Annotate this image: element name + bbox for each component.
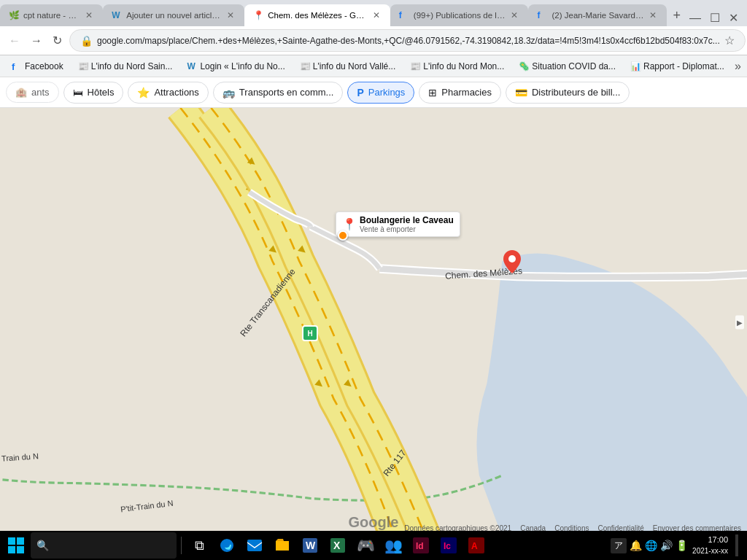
covid-icon: 🦠 xyxy=(519,61,529,71)
app-taskbar-5[interactable]: A xyxy=(463,532,489,559)
word-icon: W xyxy=(301,537,319,554)
search-taskbar-icon: 🔍 xyxy=(36,540,49,551)
bookmark-linfo1[interactable]: 📰 L'info du Nord Sain... xyxy=(72,60,179,73)
hotels-icon: 🛏 xyxy=(73,87,83,98)
bookmark-star-icon[interactable]: ☆ xyxy=(724,34,735,47)
tab-2[interactable]: W Ajouter un nouvel article « L... ✕ xyxy=(103,4,244,26)
highway-sign-icon: H xyxy=(307,330,312,338)
maximize-button[interactable]: ☐ xyxy=(707,9,723,26)
bakery-map-pin[interactable] xyxy=(338,230,348,241)
tab-2-label: Ajouter un nouvel article « L... xyxy=(126,11,221,20)
filter-btn-distributeurs[interactable]: 💳 Distributeurs de bill... xyxy=(506,82,630,104)
tab-4[interactable]: f (99+) Publications de la Pa... ✕ xyxy=(390,4,529,26)
bookmarks-more-button[interactable]: » xyxy=(735,60,741,73)
app-taskbar-2[interactable]: 👥 xyxy=(380,532,406,559)
tab-4-close[interactable]: ✕ xyxy=(509,10,519,20)
explorer-taskbar[interactable] xyxy=(269,532,295,559)
bookmark-linfo3-label: L'info du Nord Mon... xyxy=(423,61,504,71)
map-svg: ▼ ▼ ▼ ▼ ▼ ▼ xyxy=(0,108,747,537)
tab-2-favicon: W xyxy=(112,10,122,20)
url-bar[interactable]: 🔒 google.com/maps/place/Chem.+des+Mélèze… xyxy=(69,29,746,52)
filter-btn-partial[interactable]: 🏨 ants xyxy=(6,82,59,103)
filter-btn-parkings[interactable]: P Parkings xyxy=(347,82,414,104)
filter-btn-attractions[interactable]: ⭐ Attractions xyxy=(128,82,208,104)
excel-taskbar[interactable]: X xyxy=(325,532,351,559)
browser-chrome: 🌿 cpt nature - One... ✕ W Ajouter un nou… xyxy=(0,0,747,77)
svg-text:A: A xyxy=(471,541,478,551)
bookmark-rapport[interactable]: 📊 Rapport - Diplomat... xyxy=(624,60,730,73)
ime-indicator[interactable]: ア xyxy=(611,538,627,553)
svg-text:Id: Id xyxy=(416,541,424,551)
tab-3-close[interactable]: ✕ xyxy=(371,10,382,20)
indesign-icon: Id xyxy=(412,537,430,554)
app-taskbar-3[interactable]: Id xyxy=(408,532,434,559)
bookmark-login[interactable]: W Login « L'info du No... xyxy=(181,60,290,73)
tab-4-favicon: f xyxy=(399,10,409,20)
back-button[interactable]: ← xyxy=(6,31,23,50)
tab-5[interactable]: f (2) Jean-Marie Savard | Face... ✕ xyxy=(528,4,667,26)
bakery-place-card[interactable]: 📍 Boulangerie le Caveau Vente à emporter xyxy=(336,211,460,237)
edge-taskbar[interactable] xyxy=(214,532,240,559)
google-logo-text: Google xyxy=(349,514,399,530)
minimize-button[interactable]: — xyxy=(686,10,704,26)
tab-2-close[interactable]: ✕ xyxy=(225,10,236,20)
bakery-marker-icon: 📍 xyxy=(342,217,357,231)
parkings-label: Parkings xyxy=(368,87,406,98)
forward-button[interactable]: → xyxy=(28,31,45,50)
app-taskbar-4[interactable]: Ic xyxy=(436,532,462,559)
word-taskbar[interactable]: W xyxy=(297,532,323,559)
distributeurs-label: Distributeurs de bill... xyxy=(532,87,620,98)
app-1-icon: 🎮 xyxy=(357,537,375,554)
transports-label: Transports en comm... xyxy=(239,87,334,98)
network-icon[interactable]: 🌐 xyxy=(645,540,657,551)
search-taskbar-button[interactable]: 🔍 xyxy=(31,532,177,559)
map-container[interactable]: ▼ ▼ ▼ ▼ ▼ ▼ Rte Transcanadienne Chem. de… xyxy=(0,108,747,537)
filter-btn-pharmacies[interactable]: ⊞ Pharmacies xyxy=(419,82,501,104)
bookmark-covid[interactable]: 🦠 Situation COVID da... xyxy=(513,60,622,73)
pharmacies-label: Pharmacies xyxy=(441,87,492,98)
show-desktop-button[interactable] xyxy=(735,534,738,556)
notification-icon[interactable]: 🔔 xyxy=(630,540,642,551)
bookmark-linfo3[interactable]: 📰 L'info du Nord Mon... xyxy=(404,60,510,73)
battery-icon[interactable]: 🔋 xyxy=(676,540,688,551)
tab-3[interactable]: 📍 Chem. des Mélèzes - Google... ✕ xyxy=(244,4,390,26)
bookmark-linfo2[interactable]: 📰 L'info du Nord Vallé... xyxy=(294,60,401,73)
distributeurs-icon: 💳 xyxy=(515,87,527,98)
task-view-icon: ⧉ xyxy=(195,538,204,553)
bookmarks-bar: f Facebook 📰 L'info du Nord Sain... W Lo… xyxy=(0,55,747,77)
svg-text:W: W xyxy=(306,540,316,551)
reload-button[interactable]: ↻ xyxy=(50,31,65,50)
tab-bar: 🌿 cpt nature - One... ✕ W Ajouter un nou… xyxy=(0,0,747,26)
close-browser-button[interactable]: ✕ xyxy=(726,9,741,26)
hotels-label: Hôtels xyxy=(88,87,115,98)
tab-1-close[interactable]: ✕ xyxy=(84,10,94,20)
bookmark-facebook[interactable]: f Facebook xyxy=(6,60,69,73)
lock-icon: 🔒 xyxy=(80,35,93,47)
start-button[interactable] xyxy=(3,532,29,559)
bakery-subtitle: Vente à emporter xyxy=(360,225,454,233)
tab-4-label: (99+) Publications de la Pa... xyxy=(414,11,506,20)
task-view-button[interactable]: ⧉ xyxy=(186,532,212,559)
volume-icon[interactable]: 🔊 xyxy=(660,540,673,551)
scroll-indicator: ▶ xyxy=(735,316,744,330)
highway-sign[interactable]: H xyxy=(302,325,318,341)
login-icon: W xyxy=(187,61,197,71)
app-taskbar-1[interactable]: 🎮 xyxy=(352,532,379,559)
new-tab-button[interactable]: + xyxy=(667,8,686,23)
main-location-pin[interactable] xyxy=(503,250,521,276)
filter-btn-transports[interactable]: 🚌 Transports en comm... xyxy=(213,82,344,104)
tab-5-label: (2) Jean-Marie Savard | Face... xyxy=(551,11,643,20)
rapport-icon: 📊 xyxy=(630,61,640,71)
facebook-bookmark-icon: f xyxy=(12,61,22,71)
outlook-taskbar[interactable] xyxy=(241,532,268,559)
svg-rect-11 xyxy=(17,546,24,553)
app-2-icon: 👥 xyxy=(384,537,403,554)
filter-btn-hotels[interactable]: 🛏 Hôtels xyxy=(63,82,124,104)
clock-time: 17:00 xyxy=(692,534,728,545)
tab-5-close[interactable]: ✕ xyxy=(648,10,658,20)
svg-rect-8 xyxy=(8,537,15,545)
taskbar-clock[interactable]: 17:00 2021-xx-xx xyxy=(692,534,728,556)
svg-rect-12 xyxy=(247,540,262,551)
tab-1[interactable]: 🌿 cpt nature - One... ✕ xyxy=(0,4,103,26)
tab-1-label: cpt nature - One... xyxy=(23,11,80,20)
